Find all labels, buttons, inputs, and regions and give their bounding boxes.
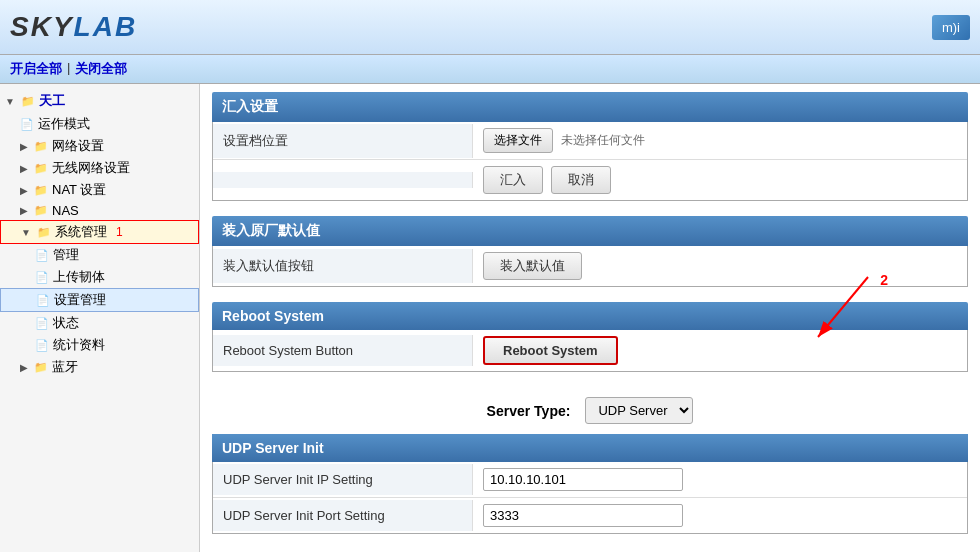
restore-row: 装入默认值按钮 装入默认值	[213, 246, 967, 286]
expand-icon-system: ▼	[21, 227, 31, 238]
sidebar-item-wireless[interactable]: ▶ 📁 无线网络设置	[0, 157, 199, 179]
sidebar-item-operation-mode[interactable]: 📄 运作模式	[0, 113, 199, 135]
reboot-section: Reboot System Reboot System Button Reboo…	[212, 302, 968, 372]
sidebar-label-stats: 统计资料	[53, 336, 105, 354]
folder-icon-nat: 📁	[34, 184, 48, 197]
reboot-label: Reboot System Button	[213, 335, 473, 366]
sidebar-item-nas[interactable]: ▶ 📁 NAS	[0, 201, 199, 220]
folder-icon-network: 📁	[34, 140, 48, 153]
import-file-value: 选择文件 未选择任何文件	[473, 122, 967, 159]
udp-port-input[interactable]	[483, 504, 683, 527]
expand-icon-nat: ▶	[20, 185, 28, 196]
sidebar-label-network: 网络设置	[52, 137, 104, 155]
content-area: 汇入设置 设置档位置 选择文件 未选择任何文件 汇入 取消	[200, 84, 980, 552]
logo-lab: LAB	[74, 11, 138, 42]
sidebar-item-system[interactable]: ▼ 📁 系统管理 1	[0, 220, 199, 244]
server-type-label: Server Type:	[487, 403, 571, 419]
import-row-file: 设置档位置 选择文件 未选择任何文件	[213, 122, 967, 160]
folder-icon-wireless: 📁	[34, 162, 48, 175]
server-type-select[interactable]: UDP Server TCP Server	[585, 397, 693, 424]
folder-icon: 📁	[21, 95, 35, 108]
sidebar-label-upload: 上传韧体	[53, 268, 105, 286]
sidebar-label-operation: 运作模式	[38, 115, 90, 133]
choose-file-button[interactable]: 选择文件	[483, 128, 553, 153]
import-buttons-spacer	[213, 172, 473, 188]
server-type-row: Server Type: UDP Server TCP Server	[212, 387, 968, 434]
page-icon-stats: 📄	[35, 339, 49, 352]
sidebar-label-bt: 蓝牙	[52, 358, 78, 376]
expand-icon-bt: ▶	[20, 362, 28, 373]
sidebar-label-tiangong: 天工	[39, 92, 65, 110]
restore-section-body: 装入默认值按钮 装入默认值	[212, 246, 968, 287]
udp-port-row: UDP Server Init Port Setting	[213, 498, 967, 533]
udp-section-body: UDP Server Init IP Setting UDP Server In…	[212, 462, 968, 534]
sidebar-label-system: 系统管理	[55, 223, 107, 241]
page-icon: 📄	[20, 118, 34, 131]
import-buttons-area: 汇入 取消	[473, 160, 967, 200]
expand-icon-wireless: ▶	[20, 163, 28, 174]
page-icon-upload: 📄	[35, 271, 49, 284]
restore-value: 装入默认值	[473, 246, 967, 286]
open-all-link[interactable]: 开启全部	[10, 60, 62, 78]
udp-ip-row: UDP Server Init IP Setting	[213, 462, 967, 498]
sidebar-item-tiangong[interactable]: ▼ 📁 天工	[0, 89, 199, 113]
restore-button[interactable]: 装入默认值	[483, 252, 582, 280]
import-row-buttons: 汇入 取消	[213, 160, 967, 200]
sidebar-label-status: 状态	[53, 314, 79, 332]
udp-port-label: UDP Server Init Port Setting	[213, 500, 473, 531]
import-section-body: 设置档位置 选择文件 未选择任何文件 汇入 取消	[212, 122, 968, 201]
import-file-label: 设置档位置	[213, 124, 473, 158]
restore-label: 装入默认值按钮	[213, 249, 473, 283]
expand-icon: ▼	[5, 96, 15, 107]
sidebar-item-network[interactable]: ▶ 📁 网络设置	[0, 135, 199, 157]
page-icon-settings: 📄	[36, 294, 50, 307]
logo: SKYLAB	[10, 11, 137, 43]
folder-icon-system: 📁	[37, 226, 51, 239]
folder-icon-bt: 📁	[34, 361, 48, 374]
header: SKYLAB m)i	[0, 0, 980, 55]
reboot-button[interactable]: Reboot System	[483, 336, 618, 365]
page-icon-status: 📄	[35, 317, 49, 330]
sidebar-item-stats[interactable]: 📄 统计资料	[0, 334, 199, 356]
sidebar-item-nat[interactable]: ▶ 📁 NAT 设置	[0, 179, 199, 201]
sidebar-item-bluetooth[interactable]: ▶ 📁 蓝牙	[0, 356, 199, 378]
restore-section: 装入原厂默认值 装入默认值按钮 装入默认值	[212, 216, 968, 287]
reboot-section-body: Reboot System Button Reboot System	[212, 330, 968, 372]
udp-ip-value	[473, 462, 967, 497]
header-right-text: m)i	[932, 15, 970, 40]
udp-ip-input[interactable]	[483, 468, 683, 491]
sidebar-item-settings-manage[interactable]: 📄 设置管理	[0, 288, 199, 312]
no-file-text: 未选择任何文件	[561, 132, 645, 149]
sidebar-item-manage[interactable]: 📄 管理	[0, 244, 199, 266]
udp-port-value	[473, 498, 967, 533]
logo-sky: SKY	[10, 11, 74, 42]
annotation-1: 1	[116, 225, 123, 239]
sidebar-label-manage: 管理	[53, 246, 79, 264]
sidebar-label-nas: NAS	[52, 203, 79, 218]
expand-icon-network: ▶	[20, 141, 28, 152]
page-icon-manage: 📄	[35, 249, 49, 262]
reboot-section-header: Reboot System	[212, 302, 968, 330]
import-section-header: 汇入设置	[212, 92, 968, 122]
sidebar-item-upload[interactable]: 📄 上传韧体	[0, 266, 199, 288]
import-cancel-button[interactable]: 取消	[551, 166, 611, 194]
sub-header: 开启全部 | 关闭全部	[0, 55, 980, 84]
udp-section: UDP Server Init UDP Server Init IP Setti…	[212, 434, 968, 534]
reboot-row: Reboot System Button Reboot System	[213, 330, 967, 371]
separator: |	[67, 60, 70, 78]
import-section: 汇入设置 设置档位置 选择文件 未选择任何文件 汇入 取消	[212, 92, 968, 201]
sidebar-label-settings: 设置管理	[54, 291, 106, 309]
reboot-value: Reboot System	[473, 330, 967, 371]
close-all-link[interactable]: 关闭全部	[75, 60, 127, 78]
udp-section-header: UDP Server Init	[212, 434, 968, 462]
udp-ip-label: UDP Server Init IP Setting	[213, 464, 473, 495]
folder-icon-nas: 📁	[34, 204, 48, 217]
sidebar-item-status[interactable]: 📄 状态	[0, 312, 199, 334]
sidebar-label-nat: NAT 设置	[52, 181, 106, 199]
sidebar: ▼ 📁 天工 📄 运作模式 ▶ 📁 网络设置 ▶ 📁 无线网络设置 ▶ 📁 NA…	[0, 84, 200, 552]
expand-icon-nas: ▶	[20, 205, 28, 216]
main-layout: ▼ 📁 天工 📄 运作模式 ▶ 📁 网络设置 ▶ 📁 无线网络设置 ▶ 📁 NA…	[0, 84, 980, 552]
sidebar-label-wireless: 无线网络设置	[52, 159, 130, 177]
import-button[interactable]: 汇入	[483, 166, 543, 194]
restore-section-header: 装入原厂默认值	[212, 216, 968, 246]
